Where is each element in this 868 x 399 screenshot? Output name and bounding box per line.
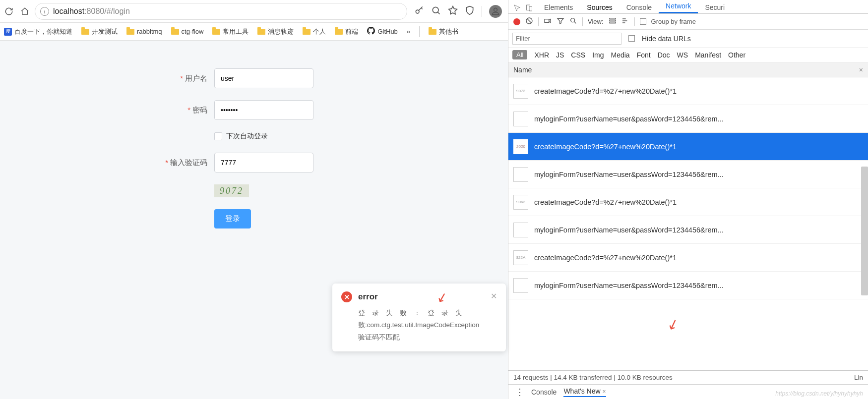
info-icon[interactable]: i: [40, 7, 49, 16]
tab-security[interactable]: Securi: [698, 1, 732, 13]
filter-css[interactable]: CSS: [571, 51, 585, 59]
record-icon[interactable]: [513, 18, 520, 25]
filter-js[interactable]: JS: [556, 51, 564, 59]
captcha-image[interactable]: 9072: [214, 184, 249, 197]
annotation-arrow-icon: ↙: [434, 288, 449, 306]
request-thumbnail: 9072: [513, 84, 528, 99]
tab-elements[interactable]: Elements: [537, 1, 580, 13]
svg-point-0: [416, 10, 419, 13]
folder-icon: [257, 29, 265, 35]
filter-media[interactable]: Media: [611, 51, 630, 59]
request-name: myloginForm?userName=user&passWord=12344…: [534, 115, 863, 123]
shield-icon[interactable]: [465, 5, 475, 17]
request-row[interactable]: 9062createImageCode?d=%27+new%20Date()*1: [508, 188, 868, 216]
home-icon[interactable]: [19, 5, 31, 17]
group-label: Group by frame: [651, 18, 696, 25]
request-name: myloginForm?userName=user&passWord=12344…: [534, 171, 863, 178]
request-row[interactable]: 822AcreateImageCode?d=%27+new%20Date()*1: [508, 244, 868, 272]
request-row[interactable]: myloginForm?userName=user&passWord=12344…: [508, 105, 868, 133]
bookmark-github[interactable]: GitHub: [367, 27, 397, 36]
captcha-label: *输入验证码: [140, 158, 214, 168]
close-icon[interactable]: ✕: [491, 291, 497, 301]
group-by-frame-checkbox[interactable]: [640, 18, 646, 25]
request-row[interactable]: 2020createImageCode?d=%27+new%20Date()*1: [508, 133, 868, 161]
bookmark-baidu[interactable]: 度百度一下，你就知道: [4, 27, 72, 36]
request-name: createImageCode?d=%27+new%20Date()*1: [534, 87, 863, 95]
bookmark-frontend[interactable]: 前端: [335, 27, 358, 36]
filter-font[interactable]: Font: [637, 51, 651, 59]
device-toggle-icon[interactable]: [525, 4, 533, 13]
filter-icon[interactable]: [557, 17, 564, 26]
bookmark-tools[interactable]: 常用工具: [212, 27, 248, 36]
error-icon: ✕: [341, 291, 352, 302]
hide-label: Hide data URLs: [642, 35, 691, 43]
username-input[interactable]: [214, 68, 313, 88]
bookmark-other[interactable]: 其他书: [429, 27, 458, 36]
tab-console[interactable]: Console: [620, 1, 659, 13]
url-path: :8080/#/login: [84, 7, 130, 16]
request-row[interactable]: myloginForm?userName=user&passWord=12344…: [508, 161, 868, 188]
baidu-icon: 度: [4, 28, 12, 36]
zoom-icon[interactable]: [431, 5, 441, 17]
bookmark-star-icon[interactable]: [448, 5, 458, 17]
error-title: error: [358, 292, 378, 302]
svg-rect-10: [610, 22, 616, 23]
svg-rect-8: [610, 18, 616, 19]
filter-ws[interactable]: WS: [677, 51, 688, 59]
bookmark-dev[interactable]: 开发测试: [81, 27, 118, 36]
separator: [419, 26, 420, 37]
login-button[interactable]: 登录: [214, 209, 251, 228]
request-thumbnail: [513, 278, 528, 293]
address-bar[interactable]: i localhost:8080/#/login: [35, 3, 407, 20]
reload-icon[interactable]: [3, 5, 15, 17]
request-row[interactable]: myloginForm?userName=user&passWord=12344…: [508, 272, 868, 299]
drawer-console[interactable]: Console: [531, 388, 557, 396]
captcha-input[interactable]: [214, 153, 313, 172]
filter-manifest[interactable]: Manifest: [695, 51, 721, 59]
watermark: https://blog.csdn.net/ylhyhyhyhyh: [775, 390, 863, 397]
bookmark-ctg[interactable]: ctg-flow: [171, 28, 204, 35]
request-list: 9072createImageCode?d=%27+new%20Date()*1…: [508, 77, 868, 370]
scrollbar[interactable]: [861, 167, 868, 295]
filter-img[interactable]: Img: [592, 51, 604, 59]
svg-rect-6: [545, 19, 549, 23]
key-icon[interactable]: [414, 5, 424, 17]
request-thumbnail: 9062: [513, 195, 528, 210]
bookmarks-overflow[interactable]: »: [407, 28, 410, 35]
status-bar: 14 requests | 14.4 KB transferred | 10.0…: [508, 370, 868, 384]
request-row[interactable]: myloginForm?userName=user&passWord=12344…: [508, 216, 868, 244]
select-element-icon[interactable]: [513, 4, 521, 13]
filter-xhr[interactable]: XHR: [534, 51, 549, 59]
auto-login-checkbox[interactable]: [214, 132, 222, 140]
name-column-header[interactable]: Name ×: [508, 62, 868, 77]
filter-doc[interactable]: Doc: [658, 51, 670, 59]
kebab-menu-icon[interactable]: ⋮: [515, 387, 524, 398]
request-row[interactable]: 9072createImageCode?d=%27+new%20Date()*1: [508, 77, 868, 105]
filter-other[interactable]: Other: [728, 51, 745, 59]
request-name: myloginForm?userName=user&passWord=12344…: [534, 226, 863, 234]
error-body: 登录失败：登录失 败:com.ctg.test.util.ImageCodeEx…: [341, 307, 497, 343]
folder-icon: [171, 29, 179, 35]
folder-icon: [81, 29, 89, 35]
password-input[interactable]: [214, 100, 313, 120]
search-icon[interactable]: [569, 17, 577, 26]
filter-input[interactable]: [512, 33, 621, 45]
clear-icon[interactable]: [525, 17, 533, 26]
bookmark-rabbitmq[interactable]: rabbitmq: [126, 28, 162, 35]
tab-sources[interactable]: Sources: [580, 1, 619, 13]
waterfall-icon[interactable]: [621, 17, 629, 26]
hide-data-urls-checkbox[interactable]: [628, 35, 635, 42]
folder-icon: [126, 29, 134, 35]
profile-avatar-icon[interactable]: [489, 5, 502, 18]
folder-icon: [303, 29, 310, 35]
devtools-tabs: Elements Sources Console Network Securi: [508, 0, 868, 14]
bookmarks-bar: 度百度一下，你就知道 开发测试 rabbitmq ctg-flow 常用工具 消…: [0, 23, 508, 41]
close-icon[interactable]: ×: [859, 66, 863, 74]
drawer-whats-new[interactable]: What's New ×: [563, 387, 606, 397]
tab-network[interactable]: Network: [659, 0, 698, 13]
filter-all[interactable]: All: [512, 50, 527, 59]
bookmark-personal[interactable]: 个人: [303, 27, 326, 36]
bookmark-msg[interactable]: 消息轨迹: [257, 27, 294, 36]
camera-icon[interactable]: [544, 17, 552, 26]
large-rows-icon[interactable]: [609, 17, 617, 26]
